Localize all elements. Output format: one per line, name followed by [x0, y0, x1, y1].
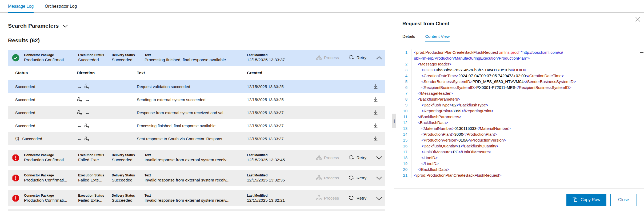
- column-label: Execution Status: [78, 173, 109, 177]
- line-number: 5: [394, 79, 411, 85]
- message-row[interactable]: Connector Package Production Confirmati.…: [8, 190, 385, 206]
- column-label: Execution Status: [78, 194, 109, 198]
- column-value: Failed Exte...: [78, 198, 109, 203]
- log-table-row[interactable]: Succeeded→Request validation succeeded12…: [8, 80, 385, 93]
- chevron-down-icon[interactable]: [376, 197, 382, 200]
- direction-arrow-left-icon: ←: [77, 136, 82, 141]
- column-label: Text: [145, 153, 244, 157]
- download-icon[interactable]: [374, 84, 385, 89]
- close-button[interactable]: Close: [610, 194, 637, 206]
- message-row-partial[interactable]: [8, 209, 385, 211]
- log-table-row[interactable]: Succeeded←Response from external system …: [8, 106, 385, 119]
- log-header-direction: Direction: [77, 71, 137, 75]
- line-number: 12: [394, 120, 411, 126]
- message-row[interactable]: Connector Package Production Confirmati.…: [8, 170, 385, 186]
- log-table-row[interactable]: Succeeded←Processing finished, final res…: [8, 119, 385, 132]
- column-label: Text: [145, 194, 244, 198]
- detail-tab-content-view[interactable]: Content View: [425, 34, 450, 42]
- column-value: Failed Exte...: [78, 177, 109, 183]
- column-value: 12/15/2025 13:32:21: [247, 198, 314, 203]
- download-icon[interactable]: [374, 110, 385, 115]
- direction-cell: →: [77, 84, 137, 90]
- log-created: 12/15/2025 13:33:37: [247, 136, 374, 141]
- message-row[interactable]: Connector Package Production Confirmati.…: [8, 150, 385, 166]
- tab-message-log[interactable]: Message Log: [8, 0, 34, 13]
- process-icon: [316, 155, 322, 161]
- column-label: Execution Status: [78, 53, 109, 57]
- detail-tab-details[interactable]: Details: [402, 34, 415, 42]
- chevron-down-icon[interactable]: [376, 156, 382, 160]
- splitter-drag-handle[interactable]: ∥: [392, 114, 396, 128]
- column-label: Connector Package: [24, 173, 75, 177]
- column-value: Production Confirmati...: [24, 177, 75, 183]
- download-icon[interactable]: [374, 97, 385, 102]
- code-scrollbar-thumb[interactable]: [640, 52, 643, 53]
- connector-network-icon: [84, 123, 90, 129]
- detail-panel: Request from Client DetailsContent View …: [394, 13, 644, 211]
- copy-raw-button[interactable]: Copy Raw: [566, 194, 606, 206]
- results-title: Results (62): [8, 37, 394, 43]
- column-value: Succeeded: [112, 177, 142, 183]
- direction-cell: ←: [77, 136, 137, 142]
- column-value: Succeeded: [78, 57, 109, 63]
- process-button[interactable]: Process: [316, 195, 339, 201]
- log-header-status: Status: [15, 71, 77, 75]
- column-value: Succeeded: [112, 157, 142, 163]
- process-button[interactable]: Process: [316, 55, 339, 61]
- line-number: 8: [394, 96, 411, 102]
- direction-cell: ←: [77, 110, 137, 116]
- drag-handle-icon: ∥: [393, 119, 395, 123]
- log-header-text: Text: [137, 71, 247, 75]
- column-label: Delivery Status: [112, 194, 142, 198]
- line-number: 15: [394, 137, 411, 143]
- retry-button[interactable]: Retry: [349, 175, 366, 181]
- code-line: 16<BackflushQuantity>1</BackflushQuantit…: [394, 143, 644, 149]
- column-value: 12/15/2025 13:32:35: [247, 177, 314, 183]
- line-number: [394, 55, 411, 61]
- process-button[interactable]: Process: [316, 175, 339, 181]
- retry-button[interactable]: Retry: [349, 55, 366, 61]
- message-row[interactable]: Connector Package Production Confirmati.…: [8, 50, 385, 66]
- column-label: Delivery Status: [112, 53, 142, 57]
- download-icon[interactable]: [374, 136, 385, 141]
- line-number: 1: [394, 49, 411, 55]
- column-value: Processing finished, final response avai…: [145, 57, 244, 63]
- column-value: Production Confirmati...: [24, 57, 75, 63]
- tab-orchestrator-log[interactable]: Orchestrator Log: [45, 0, 77, 13]
- line-number: 6: [394, 85, 411, 90]
- code-line: 9<BackflushType>02</BackflushType>: [394, 102, 644, 108]
- column-label: Text: [145, 173, 244, 177]
- log-table-row[interactable]: {}Succeeded←Sent response to South via C…: [8, 132, 385, 145]
- process-button[interactable]: Process: [316, 155, 339, 161]
- code-line: 14<ProductionPlant>3000</ProductionPlant…: [394, 131, 644, 137]
- search-parameters-toggle[interactable]: Search Parameters: [8, 23, 68, 29]
- column-value: 12/15/2025 13:32:45: [247, 157, 314, 163]
- column-label: Execution Status: [78, 153, 109, 157]
- retry-icon: [349, 175, 354, 181]
- close-icon[interactable]: [635, 16, 641, 23]
- code-line: 10<ReportingPoint>8999</ReportingPoint>: [394, 108, 644, 114]
- code-line: 2<MessageHeader>: [394, 61, 644, 67]
- download-icon[interactable]: [374, 123, 385, 128]
- chevron-up-icon[interactable]: [376, 56, 382, 60]
- column-value: Succeeded: [112, 198, 142, 203]
- direction-arrow-left-icon: ←: [85, 110, 90, 115]
- line-number: 7: [394, 90, 411, 96]
- code-line: 19</LineID>: [394, 161, 644, 167]
- line-number: 17: [394, 149, 411, 155]
- detail-panel-title: Request from Client: [394, 13, 644, 27]
- code-line: 7</MessageHeader>: [394, 90, 644, 96]
- log-text: Request validation succeeded: [137, 84, 247, 89]
- code-line: 13<MaterialNumber>0130115033</MaterialNu…: [394, 126, 644, 131]
- retry-icon: [349, 195, 354, 202]
- chevron-down-icon[interactable]: [376, 176, 382, 180]
- log-text: Sent response to South via Connector 'Re…: [137, 136, 247, 141]
- retry-button[interactable]: Retry: [349, 195, 366, 202]
- log-created: 12/15/2025 13:33:37: [247, 110, 374, 115]
- column-value: Production Confirmati...: [24, 157, 75, 163]
- log-table-row[interactable]: Succeeded→Sending to external system suc…: [8, 93, 385, 106]
- code-line: 21</prod:ProductionPlanCreateBackFlushRe…: [394, 172, 644, 178]
- message-log-panel: Search Parameters Results (62) Connector…: [0, 13, 394, 211]
- retry-button[interactable]: Retry: [349, 155, 366, 161]
- column-label: Last Modified: [247, 173, 314, 177]
